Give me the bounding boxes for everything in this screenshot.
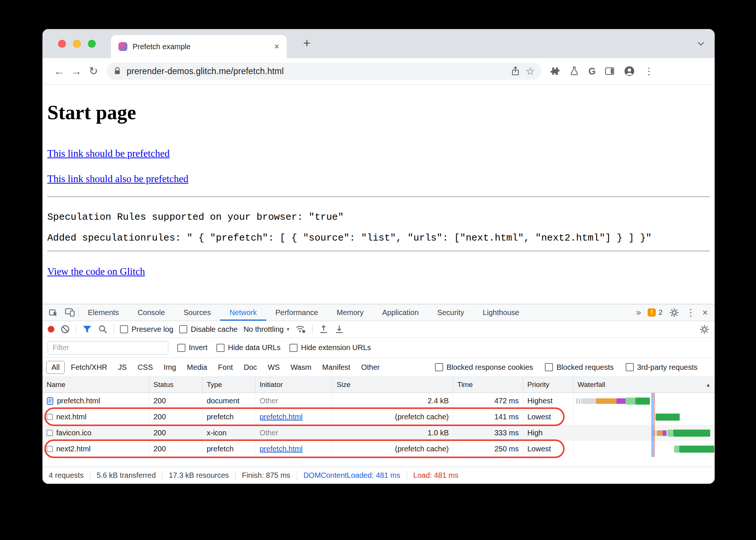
column-waterfall[interactable]: Waterfall ▲ (574, 377, 715, 393)
third-party-requests-checkbox[interactable]: 3rd-party requests (626, 363, 698, 372)
chip-fetch-xhr[interactable]: Fetch/XHR (66, 361, 112, 374)
address-bar[interactable]: prerender-demos.glitch.me/prefetch.html … (107, 63, 541, 80)
blocked-requests-checkbox[interactable]: Blocked requests (545, 363, 613, 372)
initiator-link[interactable]: prefetch.html (260, 445, 303, 453)
load-event-line (654, 393, 654, 457)
hide-data-urls-checkbox[interactable]: Hide data URLs (216, 343, 280, 352)
issues-counter[interactable]: ! 2 (648, 308, 663, 317)
new-tab-button[interactable]: + (303, 36, 311, 50)
tab-application[interactable]: Application (373, 304, 428, 321)
tab-lighthouse[interactable]: Lighthouse (473, 304, 528, 321)
preserve-log-checkbox[interactable]: Preserve log (120, 325, 173, 334)
tab-console[interactable]: Console (128, 304, 174, 321)
prefetch-link-1[interactable]: This link should be prefetched (47, 148, 169, 159)
network-filter-row: Invert Hide data URLs Hide extension URL… (42, 338, 715, 358)
request-name-cell[interactable]: next2.html (42, 441, 149, 457)
reload-button[interactable]: ↻ (85, 65, 102, 77)
import-har-icon[interactable] (319, 324, 328, 334)
devtools-menu-kebab-icon[interactable]: ⋮ (686, 307, 696, 318)
url-text[interactable]: prerender-demos.glitch.me/prefetch.html (127, 66, 505, 76)
chip-font[interactable]: Font (213, 361, 238, 374)
side-panel-icon[interactable] (604, 66, 615, 76)
request-name-cell[interactable]: favicon.ico (42, 425, 149, 441)
table-row[interactable]: next.html 200 prefetch prefetch.html (pr… (42, 409, 715, 425)
chip-other[interactable]: Other (356, 361, 385, 374)
chip-wasm[interactable]: Wasm (286, 361, 316, 374)
request-name-cell[interactable]: prefetch.html (42, 393, 149, 409)
network-settings-gear-icon[interactable] (699, 324, 709, 334)
tab-security[interactable]: Security (428, 304, 473, 321)
column-size[interactable]: Size (333, 377, 453, 393)
tab-close-icon[interactable]: × (274, 41, 279, 52)
profile-avatar[interactable] (624, 66, 635, 77)
tab-elements[interactable]: Elements (79, 304, 128, 321)
column-name[interactable]: Name (42, 377, 149, 393)
hide-extension-urls-checkbox[interactable]: Hide extension URLs (289, 343, 371, 352)
browser-menu-kebab-icon[interactable]: ⋮ (644, 66, 654, 77)
waterfall-cell (574, 425, 715, 441)
filter-funnel-icon[interactable] (82, 325, 92, 334)
column-priority[interactable]: Priority (523, 377, 574, 393)
throttling-dropdown[interactable]: No throttling ▾ (244, 325, 289, 334)
type-cell: prefetch (203, 409, 255, 425)
disable-cache-checkbox[interactable]: Disable cache (179, 325, 238, 334)
devtools-settings-gear-icon[interactable] (669, 308, 679, 318)
extensions-puzzle-icon[interactable] (549, 66, 560, 77)
record-network-log-button[interactable] (48, 326, 54, 333)
column-time[interactable]: Time (453, 377, 523, 393)
tab-search-chevron-icon[interactable] (697, 39, 705, 48)
export-har-icon[interactable] (334, 324, 344, 334)
invert-checkbox[interactable]: Invert (177, 343, 207, 352)
glitch-code-link[interactable]: View the code on Glitch (47, 266, 145, 277)
chip-css[interactable]: CSS (133, 361, 158, 374)
chip-js[interactable]: JS (113, 361, 131, 374)
transferred-size: 5.6 kB transferred (90, 471, 162, 480)
flask-icon[interactable] (569, 66, 579, 76)
table-row[interactable]: prefetch.html 200 document Other 2.4 kB … (42, 393, 715, 409)
share-icon[interactable] (511, 66, 520, 76)
tab-performance[interactable]: Performance (266, 304, 328, 321)
tab-memory[interactable]: Memory (327, 304, 373, 321)
tab-network[interactable]: Network (220, 304, 266, 321)
chip-ws[interactable]: WS (263, 361, 285, 374)
request-name-cell[interactable]: next.html (42, 409, 149, 425)
priority-cell: Lowest (523, 441, 574, 457)
inspect-element-icon[interactable] (45, 304, 62, 321)
column-type[interactable]: Type (203, 377, 255, 393)
browser-toolbar: ← → ↻ prerender-demos.glitch.me/prefetch… (42, 58, 715, 85)
column-initiator[interactable]: Initiator (255, 377, 333, 393)
table-row[interactable]: favicon.ico 200 x-icon Other 1.0 kB 333 … (42, 425, 715, 441)
divider (76, 324, 76, 334)
clear-network-log-icon[interactable] (60, 324, 70, 334)
checkbox (216, 344, 225, 352)
bookmark-star-icon[interactable]: ☆ (525, 65, 535, 77)
column-status[interactable]: Status (149, 377, 203, 393)
chip-doc[interactable]: Doc (239, 361, 262, 374)
status-cell: 200 (149, 425, 203, 441)
devtools-close-icon[interactable]: × (702, 307, 708, 318)
browser-tab[interactable]: Prefetch example × (111, 35, 287, 58)
lock-icon[interactable] (113, 67, 121, 76)
back-button[interactable]: ← (51, 65, 68, 77)
google-account-icon[interactable]: G (588, 66, 595, 77)
throttling-value: No throttling (244, 325, 284, 334)
initiator-link[interactable]: prefetch.html (260, 413, 303, 421)
minimize-window-button[interactable] (73, 40, 81, 48)
table-row[interactable]: next2.html 200 prefetch prefetch.html (p… (42, 441, 715, 457)
network-conditions-icon[interactable] (295, 324, 306, 334)
chip-img[interactable]: Img (159, 361, 181, 374)
device-toolbar-icon[interactable] (62, 304, 78, 321)
size-cell: 2.4 kB (333, 393, 453, 409)
close-window-button[interactable] (58, 40, 66, 48)
more-tabs-icon[interactable]: » (636, 307, 641, 318)
chip-media[interactable]: Media (182, 361, 212, 374)
prefetch-link-2[interactable]: This link should also be prefetched (47, 173, 188, 185)
forward-button[interactable]: → (68, 65, 85, 77)
filter-input[interactable] (48, 341, 168, 355)
search-icon[interactable] (98, 324, 108, 334)
blocked-response-cookies-checkbox[interactable]: Blocked response cookies (435, 363, 533, 372)
chip-all[interactable]: All (46, 361, 65, 374)
zoom-window-button[interactable] (88, 40, 96, 48)
chip-manifest[interactable]: Manifest (317, 361, 355, 374)
tab-sources[interactable]: Sources (174, 304, 220, 321)
